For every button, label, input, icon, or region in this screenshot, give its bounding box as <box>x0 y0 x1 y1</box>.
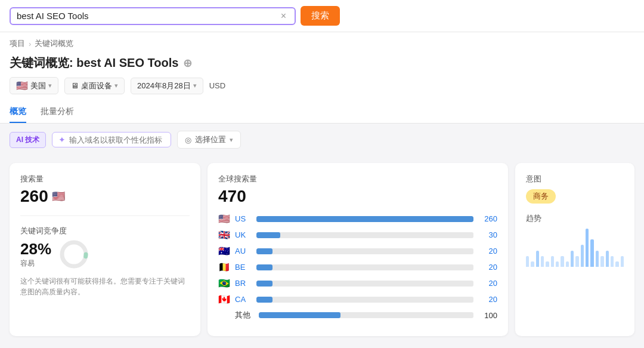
device-icon: 🖥 <box>71 81 79 90</box>
competition-desc: 这个关键词很有可能获得排名。您需要专注于关键词意图的高质量内容。 <box>20 276 190 297</box>
trend-bar <box>571 251 574 267</box>
competition-pct: 28% <box>20 240 51 258</box>
global-search-title: 全球搜索量 <box>218 174 497 184</box>
country-code-AU: AU <box>235 247 252 255</box>
bar-bg-US <box>256 216 473 222</box>
country-flag-BR: 🇧🇷 <box>218 278 230 289</box>
search-volume-title: 搜索量 <box>20 174 190 184</box>
cards-row: 搜索量 260 🇺🇸 关键词竞争度 28% 容易 这个关键词很有可能获得排名。您… <box>0 156 644 343</box>
filter-device[interactable]: 🖥 桌面设备 ▾ <box>64 78 125 94</box>
domain-input[interactable] <box>69 135 165 144</box>
country-label: 美国 <box>30 81 46 91</box>
add-icon[interactable]: ⊕ <box>183 57 192 70</box>
search-box[interactable]: × <box>10 7 296 25</box>
bar-fill-CA <box>256 297 273 303</box>
device-chevron: ▾ <box>114 82 118 90</box>
device-label: 桌面设备 <box>81 81 112 91</box>
svg-point-0 <box>62 242 86 266</box>
trend-title: 趋势 <box>526 213 624 224</box>
us-flag-icon: 🇺🇸 <box>52 190 65 203</box>
intent-trend-card: 意图 商务 趋势 <box>515 163 634 336</box>
currency-label: USD <box>209 81 225 90</box>
trend-chart <box>526 229 624 267</box>
bar-bg-CA <box>256 297 473 303</box>
competition-level: 容易 <box>20 258 51 269</box>
country-val-BE: 20 <box>478 263 497 272</box>
country-val-AU: 20 <box>478 247 497 255</box>
trend-bar <box>546 261 549 267</box>
trend-bar <box>551 256 554 267</box>
date-label: 2024年8月28日 <box>137 81 191 91</box>
trend-bar <box>611 256 614 267</box>
country-flag-US: 🇺🇸 <box>218 213 230 224</box>
trend-bar <box>615 261 618 267</box>
trend-bar <box>606 251 609 267</box>
country-row: 🇧🇪 BE 20 <box>218 261 497 273</box>
donut-chart <box>58 239 89 270</box>
trend-bar <box>590 239 593 267</box>
breadcrumb: 项目 › 关键词概览 <box>0 32 644 51</box>
breadcrumb-current: 关键词概览 <box>35 38 73 49</box>
filter-country[interactable]: 🇺🇸 美国 ▾ <box>10 77 58 94</box>
trend-bar <box>561 256 564 267</box>
bar-fill-UK <box>256 232 280 238</box>
toolbar: AI 技术 ✦ ◎ 选择位置 ▾ <box>0 124 644 156</box>
country-val-BR: 20 <box>478 279 497 288</box>
card-divider <box>20 215 190 216</box>
breadcrumb-sep: › <box>29 39 31 48</box>
location-label: 选择位置 <box>195 134 226 145</box>
other-value: 100 <box>478 311 497 320</box>
trend-bar <box>526 256 529 267</box>
page-title-text: 关键词概览: best AI SEO Tools <box>10 55 178 71</box>
tab-bulk[interactable]: 批量分析 <box>41 100 74 123</box>
intent-title: 意图 <box>526 174 624 184</box>
country-flag: 🇺🇸 <box>16 80 28 91</box>
date-chevron: ▾ <box>193 82 197 90</box>
country-flag-AU: 🇦🇺 <box>218 245 230 257</box>
other-label: 其他 <box>235 310 254 321</box>
domain-input-wrap[interactable]: ✦ <box>52 132 171 147</box>
filter-bar: 🇺🇸 美国 ▾ 🖥 桌面设备 ▾ 2024年8月28日 ▾ USD <box>10 71 634 94</box>
trend-bar <box>621 256 624 267</box>
breadcrumb-parent[interactable]: 项目 <box>10 38 25 49</box>
tab-overview[interactable]: 概览 <box>10 100 26 123</box>
search-input[interactable] <box>17 11 281 21</box>
bar-fill-AU <box>256 248 273 254</box>
global-search-value: 470 <box>218 187 497 206</box>
global-search-card: 全球搜索量 470 🇺🇸 US 260 🇬🇧 UK 30 🇦🇺 AU 20 🇧 <box>208 163 508 336</box>
bar-fill-BR <box>256 281 273 287</box>
country-val-US: 260 <box>478 214 497 223</box>
search-button[interactable]: 搜索 <box>301 6 340 26</box>
trend-bar <box>575 256 578 267</box>
country-flag-BE: 🇧🇪 <box>218 261 230 273</box>
ai-badge: AI 技术 <box>10 132 46 148</box>
bar-bg-AU <box>256 248 473 254</box>
competition-left: 28% 容易 <box>20 240 51 269</box>
location-select[interactable]: ◎ 选择位置 ▾ <box>177 131 241 149</box>
clear-icon[interactable]: × <box>281 11 286 21</box>
country-rows: 🇺🇸 US 260 🇬🇧 UK 30 🇦🇺 AU 20 🇧🇪 BE <box>218 213 497 305</box>
country-row-other: 其他 100 <box>218 310 497 321</box>
country-row: 🇨🇦 CA 20 <box>218 294 497 305</box>
trend-bar <box>531 261 534 267</box>
bar-bg-BR <box>256 281 473 287</box>
country-chevron: ▾ <box>48 82 52 90</box>
page-header: 关键词概览: best AI SEO Tools ⊕ 🇺🇸 美国 ▾ 🖥 桌面设… <box>0 51 644 100</box>
search-volume-value: 260 🇺🇸 <box>20 187 190 206</box>
bar-fill-BE <box>256 264 273 270</box>
country-val-UK: 30 <box>478 230 497 239</box>
country-code-US: US <box>235 214 252 223</box>
bar-bg-BE <box>256 264 473 270</box>
other-bar-bg <box>259 312 473 318</box>
country-row: 🇦🇺 AU 20 <box>218 245 497 257</box>
tabs: 概览 批量分析 <box>0 100 644 124</box>
competition-title: 关键词竞争度 <box>20 226 190 236</box>
bar-bg-UK <box>256 232 473 238</box>
country-code-CA: CA <box>235 295 252 304</box>
spark-icon: ✦ <box>58 135 66 144</box>
filter-date[interactable]: 2024年8月28日 ▾ <box>131 78 203 94</box>
intent-badge: 商务 <box>526 189 556 204</box>
competition-row: 28% 容易 <box>20 239 190 270</box>
country-code-UK: UK <box>235 230 252 239</box>
search-volume-card: 搜索量 260 🇺🇸 关键词竞争度 28% 容易 这个关键词很有可能获得排名。您… <box>10 163 200 336</box>
